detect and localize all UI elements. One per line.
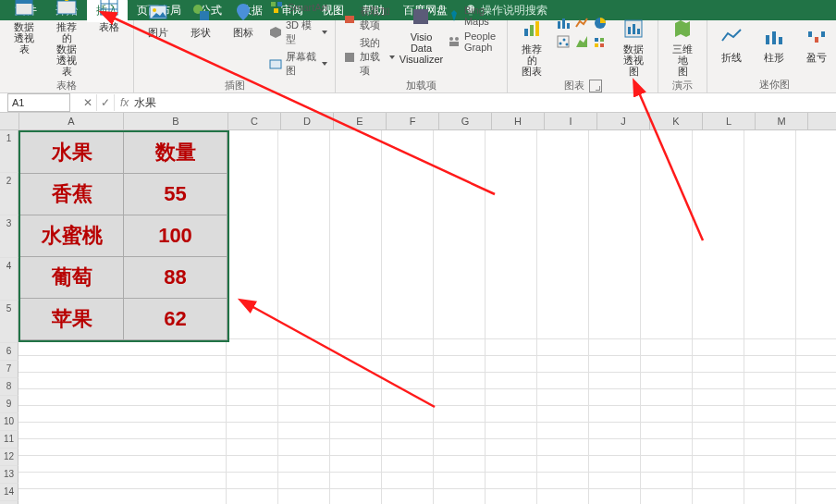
pictures-icon xyxy=(145,0,171,25)
sparkline-winloss-button[interactable]: 盈亏 xyxy=(798,22,835,65)
recommended-charts-button[interactable]: 推荐的图表 xyxy=(513,14,550,79)
row-header[interactable]: 2 xyxy=(0,173,18,215)
name-box[interactable]: A1 xyxy=(7,93,70,112)
chart-mini-icon[interactable] xyxy=(556,34,572,51)
svg-rect-25 xyxy=(562,18,565,29)
cell[interactable]: 水蜜桃 xyxy=(20,215,124,257)
svg-rect-39 xyxy=(637,29,640,34)
screenshot-icon xyxy=(269,56,282,71)
col-header[interactable]: A xyxy=(19,113,124,129)
svg-rect-41 xyxy=(772,31,776,44)
row-header[interactable]: 11 xyxy=(0,431,18,449)
col-header[interactable]: I xyxy=(545,113,597,129)
my-addins-button[interactable]: 我的加载项 xyxy=(341,35,397,79)
col-header[interactable]: K xyxy=(650,113,703,129)
recommended-pivot-icon xyxy=(54,0,80,19)
smartart-button[interactable]: SmartArt xyxy=(267,0,329,16)
confirm-icon[interactable]: ✓ xyxy=(97,94,115,111)
group-tours: 三维地图 演示 xyxy=(658,20,707,92)
pivottable-button[interactable]: 数据透视表 xyxy=(6,0,43,56)
select-all-corner[interactable] xyxy=(0,113,19,129)
svg-rect-42 xyxy=(779,37,782,44)
col-header[interactable]: J xyxy=(597,113,650,129)
get-addins-button[interactable]: 获取加载项 xyxy=(341,4,397,33)
chart-mini-icon[interactable] xyxy=(593,34,609,51)
formula-value[interactable]: 水果 xyxy=(134,95,156,111)
pictures-button[interactable]: 图片 xyxy=(140,0,177,40)
peoplegraph-button[interactable]: People Graph xyxy=(446,30,501,54)
col-header[interactable]: F xyxy=(387,113,439,129)
svg-point-30 xyxy=(563,39,566,42)
charts-dialog-launcher[interactable] xyxy=(589,80,602,92)
row-header[interactable]: 4 xyxy=(0,258,18,301)
3dmap-icon xyxy=(670,16,695,42)
row-header[interactable]: 13 xyxy=(0,466,18,484)
cell[interactable]: 100 xyxy=(124,215,227,257)
col-header[interactable]: M xyxy=(756,113,808,129)
sparkline-line-button[interactable]: 折线 xyxy=(713,22,750,65)
shapes-icon xyxy=(188,0,214,25)
3dmap-button[interactable]: 三维地图 xyxy=(664,14,701,79)
col-header[interactable]: E xyxy=(334,113,387,129)
row-header[interactable]: 12 xyxy=(0,449,18,466)
svg-rect-21 xyxy=(524,29,528,36)
group-tables: 数据透视表 推荐的数据透视表 表格 表格 xyxy=(0,20,134,92)
col-header[interactable]: L xyxy=(703,113,756,129)
table-button[interactable]: 表格 xyxy=(91,0,128,34)
chart-mini-icon[interactable] xyxy=(556,16,572,32)
row-header[interactable]: 14 xyxy=(0,484,18,501)
row-headers: 1 2 3 4 5 6 7 8 9 10 11 12 13 14 15 xyxy=(0,130,18,504)
col-header[interactable]: C xyxy=(228,113,281,129)
group-tables-label: 表格 xyxy=(56,79,77,92)
row-header[interactable]: 10 xyxy=(0,413,18,431)
row-header[interactable]: 3 xyxy=(0,215,18,258)
row-header[interactable]: 7 xyxy=(0,361,18,378)
cell[interactable]: 62 xyxy=(124,299,227,340)
row-header[interactable]: 1 xyxy=(0,130,18,173)
svg-rect-23 xyxy=(535,21,539,36)
worksheet-grid[interactable]: 1 2 3 4 5 6 7 8 9 10 11 12 13 14 15 水果 数… xyxy=(0,130,836,504)
svg-rect-12 xyxy=(277,2,282,6)
row-header[interactable]: 6 xyxy=(0,343,18,361)
col-header[interactable]: D xyxy=(281,113,334,129)
fx-icon[interactable]: fx xyxy=(120,96,129,109)
svg-rect-43 xyxy=(808,31,812,37)
col-header[interactable]: G xyxy=(439,113,492,129)
chart-mini-icon[interactable] xyxy=(574,34,591,51)
chart-mini-icon[interactable] xyxy=(574,16,591,32)
cancel-icon[interactable]: ✕ xyxy=(80,94,97,111)
svg-rect-11 xyxy=(271,2,276,6)
row-header[interactable]: 9 xyxy=(0,396,18,413)
visio-button[interactable]: Visio DataVisualizer xyxy=(402,2,440,67)
chart-mini-icon[interactable] xyxy=(593,16,609,32)
3dmodel-icon xyxy=(269,25,282,40)
row-header[interactable]: 8 xyxy=(0,378,18,396)
cell[interactable]: 香蕉 xyxy=(20,174,124,215)
sparkline-column-button[interactable]: 柱形 xyxy=(756,22,793,65)
pivotchart-button[interactable]: 数据透视图 xyxy=(615,14,652,79)
icons-button[interactable]: 图标 xyxy=(225,0,262,40)
cells-area[interactable]: 水果 数量 香蕉 55 水蜜桃 100 葡萄 88 苹果 62 xyxy=(18,130,836,504)
shapes-button[interactable]: 形状 xyxy=(182,0,219,40)
visio-icon xyxy=(408,4,434,30)
cell[interactable]: 88 xyxy=(124,257,227,299)
column-headers: A B C D E F G H I J K L M xyxy=(0,113,836,130)
group-addins: 获取加载项 我的加载项 Visio DataVisualizer Bing Ma… xyxy=(336,20,508,92)
cell[interactable]: 葡萄 xyxy=(20,257,124,299)
row-header[interactable]: 5 xyxy=(0,301,18,343)
col-header[interactable]: H xyxy=(492,113,545,129)
group-illustrations-label: 插图 xyxy=(225,79,245,92)
screenshot-button[interactable]: 屏幕截图 xyxy=(267,49,329,79)
svg-rect-34 xyxy=(595,43,598,47)
cell[interactable]: 水果 xyxy=(20,132,124,174)
recommended-pivot-button[interactable]: 推荐的数据透视表 xyxy=(48,0,85,79)
svg-rect-20 xyxy=(449,42,459,46)
bingmaps-button[interactable]: Bing Maps xyxy=(446,4,501,28)
cell[interactable]: 数量 xyxy=(124,132,227,174)
group-addins-label: 加载项 xyxy=(406,79,436,92)
cell[interactable]: 苹果 xyxy=(20,299,124,340)
selected-range[interactable]: 水果 数量 香蕉 55 水蜜桃 100 葡萄 88 苹果 62 xyxy=(18,130,229,342)
3dmodel-button[interactable]: 3D 模型 xyxy=(267,18,329,47)
cell[interactable]: 55 xyxy=(124,174,227,215)
col-header[interactable]: B xyxy=(124,113,228,129)
